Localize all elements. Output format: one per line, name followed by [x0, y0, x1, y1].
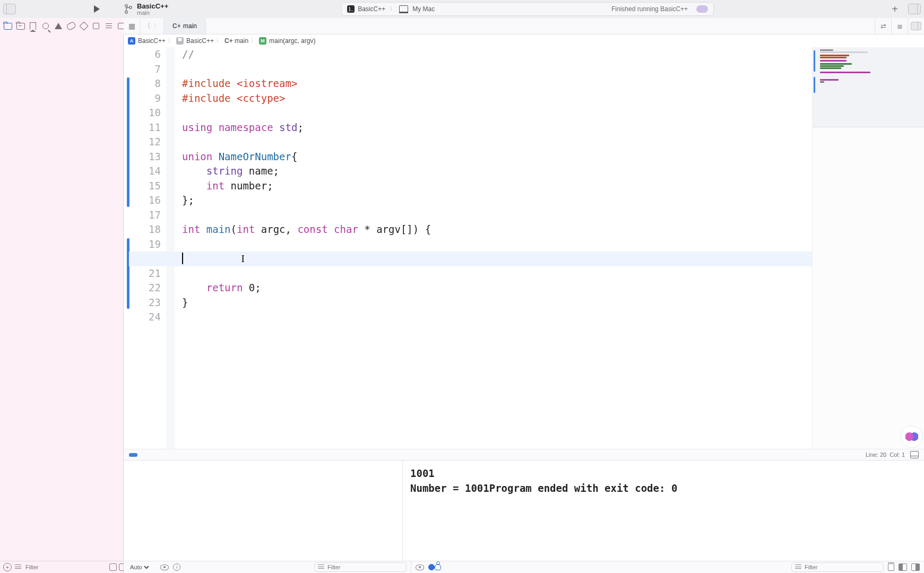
console-output-toggle[interactable] — [416, 565, 424, 570]
change-indicator — [129, 453, 137, 457]
code-line[interactable] — [182, 266, 812, 281]
console-filter[interactable] — [791, 562, 884, 572]
navigator-footer: + — [0, 561, 129, 573]
code-line[interactable] — [182, 135, 812, 150]
code-text-area[interactable]: //#include <iostream>#include <cctype>us… — [175, 47, 812, 450]
copilot-badge[interactable] — [901, 426, 923, 448]
variables-scope-select[interactable]: Auto — [128, 563, 151, 571]
branch-name: main — [137, 10, 168, 16]
cursor-position: Line: 20 Col: 1 — [866, 452, 905, 458]
line-number[interactable]: 18 — [124, 222, 161, 237]
code-line[interactable]: union NameOrNumber{ — [182, 150, 812, 164]
variables-view[interactable] — [124, 461, 403, 561]
source-editor[interactable]: 6789101112131415161718192021222324 //#in… — [124, 47, 924, 450]
navigator-selector-bar — [0, 18, 129, 34]
svg-point-2 — [129, 6, 132, 8]
code-line[interactable]: #include <cctype> — [182, 91, 812, 106]
code-line[interactable]: using namespace std; — [182, 120, 812, 135]
add-tab-button[interactable]: + — [887, 3, 903, 15]
clear-console-button[interactable] — [888, 563, 894, 571]
code-review-button[interactable]: ⇄ — [875, 18, 891, 34]
code-line[interactable] — [182, 106, 812, 120]
related-items-button[interactable]: ▦ — [124, 18, 140, 34]
change-bar — [127, 238, 129, 309]
line-number-gutter[interactable]: 6789101112131415161718192021222324 — [124, 47, 166, 450]
console-output[interactable]: 1001 Number = 1001Program ended with exi… — [403, 461, 924, 561]
run-button[interactable] — [90, 4, 103, 14]
line-number[interactable]: 24 — [124, 310, 161, 325]
debug-footer: Auto i — [124, 561, 924, 573]
adjust-editor-options-button[interactable]: ≣ — [891, 18, 908, 34]
recent-files-filter-button[interactable] — [109, 563, 117, 571]
console-filter-field[interactable] — [804, 563, 880, 571]
breakpoints-navigator-button[interactable] — [92, 21, 101, 31]
toggle-inspectors-button[interactable] — [908, 4, 921, 14]
variables-filter-field[interactable] — [326, 563, 403, 571]
activity-viewer[interactable]: ⟩_ BasicC++ 〉 My Mac Finished running Ba… — [341, 2, 714, 16]
method-icon: M — [259, 37, 266, 45]
code-line[interactable]: #include <iostream> — [182, 76, 812, 91]
quicklook-button[interactable] — [160, 565, 169, 570]
code-line[interactable] — [182, 62, 812, 77]
jump-bar-group[interactable]: ▀ BasicC++ — [176, 37, 214, 45]
cloud-status-icon — [696, 5, 708, 13]
code-line[interactable]: } — [182, 296, 812, 310]
code-line[interactable]: int number; — [182, 179, 812, 194]
add-assistant-editor-button[interactable] — [908, 18, 924, 34]
toggle-debug-area-button[interactable] — [910, 451, 919, 458]
minimap[interactable] — [812, 47, 924, 450]
nav-forward-button[interactable]: 〉 — [152, 21, 161, 31]
fold-ribbon[interactable] — [166, 47, 175, 450]
cpp-file-icon: C+ — [224, 37, 232, 45]
variables-filter[interactable] — [314, 562, 407, 572]
project-navigator-button[interactable] — [3, 21, 13, 31]
laptop-icon — [399, 5, 408, 13]
nav-back-button[interactable]: 〈 — [142, 21, 152, 31]
code-line[interactable]: I — [129, 251, 812, 266]
bookmarks-navigator-button[interactable] — [29, 21, 38, 31]
scheme-icon: ⟩_ — [347, 5, 355, 13]
folder-icon: ▀ — [176, 37, 184, 45]
issues-navigator-button[interactable] — [54, 21, 63, 31]
source-control-navigator-button[interactable] — [16, 21, 25, 31]
debug-navigator-button[interactable] — [79, 21, 89, 31]
code-line[interactable] — [182, 310, 812, 325]
show-console-only-button[interactable] — [911, 563, 920, 571]
debug-area: 1001 Number = 1001Program ended with exi… — [124, 461, 924, 561]
chevron-right-icon: 〉 — [216, 36, 222, 45]
ibeam-marker: I — [241, 253, 245, 264]
minimap-change-bar — [814, 77, 815, 93]
line-number[interactable]: 6 — [124, 47, 161, 62]
tests-navigator-button[interactable] — [66, 21, 76, 31]
jump-bar-file[interactable]: C+ main — [224, 37, 248, 45]
jump-bar-project[interactable]: A BasicC++ — [128, 37, 166, 45]
navigator-filter-field[interactable] — [24, 563, 106, 571]
code-line[interactable] — [182, 237, 812, 252]
code-line[interactable]: string name; — [182, 164, 812, 179]
code-line[interactable] — [182, 208, 812, 223]
svg-point-0 — [125, 5, 127, 7]
bullet-icon — [428, 564, 435, 570]
toggle-navigator-button[interactable] — [3, 4, 16, 14]
chevron-right-icon: 〉 — [390, 5, 395, 13]
jump-bar[interactable]: A BasicC++ 〉 ▀ BasicC++ 〉 C+ main 〉 M ma… — [124, 34, 924, 48]
code-line[interactable]: // — [182, 47, 812, 62]
run-destination: My Mac — [412, 5, 435, 13]
jump-bar-symbol[interactable]: M main(argc, argv) — [259, 37, 315, 45]
minimap-change-bar — [814, 50, 815, 72]
reports-navigator-button[interactable] — [104, 21, 114, 31]
show-variables-only-button[interactable] — [899, 563, 907, 571]
minimap-viewport[interactable] — [813, 47, 924, 127]
code-line[interactable]: }; — [182, 193, 812, 208]
line-number[interactable]: 7 — [124, 62, 161, 77]
add-button[interactable]: + — [3, 563, 12, 571]
cpp-file-icon: C+ — [172, 22, 180, 30]
editor-tab-main[interactable]: C+ main — [164, 18, 206, 34]
build-status: Finished running BasicC++ — [611, 5, 688, 13]
scheme-selector[interactable]: BasicC++ main — [124, 2, 168, 16]
info-button[interactable]: i — [173, 563, 180, 571]
find-navigator-button[interactable] — [41, 21, 50, 31]
code-line[interactable]: return 0; — [182, 281, 812, 296]
code-line[interactable]: int main(int argc, const char * argv[]) … — [182, 222, 812, 237]
line-number[interactable]: 17 — [124, 208, 161, 223]
